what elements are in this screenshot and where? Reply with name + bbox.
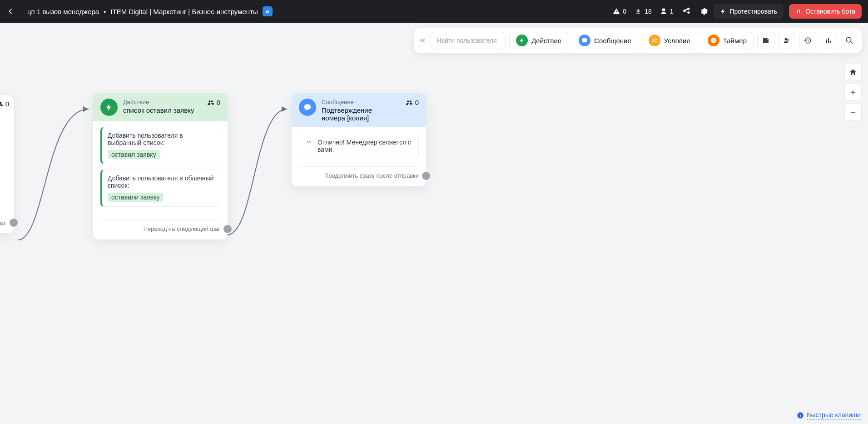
stat-warnings-value: 0: [623, 8, 626, 15]
hotkeys-label: Быстрые клавиши: [807, 411, 861, 419]
collapse-icon[interactable]: [418, 36, 427, 45]
users-icon: [406, 99, 413, 106]
node-toolbar: Действие Сообщение Условие Таймер: [414, 28, 862, 53]
flow-title: цп 1 вызов менеджера: [27, 8, 99, 15]
node-user-count: 0: [406, 99, 419, 106]
partial-node[interactable]: 0 ки: [0, 95, 14, 233]
node-type-label: Действие: [123, 99, 199, 105]
port-out[interactable]: [422, 172, 430, 180]
app-header: цп 1 вызов менеджера • ITEM Digital | Ма…: [0, 0, 868, 23]
pause-icon: [795, 8, 802, 15]
users-icon: [207, 99, 214, 106]
chip-message-label: Сообщение: [594, 37, 631, 45]
chip-timer-label: Таймер: [723, 37, 747, 45]
node-type-label: Сообщение: [322, 99, 397, 105]
chip-action-label: Действие: [531, 37, 561, 45]
quote-icon: [305, 139, 312, 146]
info-icon: [797, 412, 804, 419]
shuffle-icon: [649, 35, 660, 46]
add-condition-chip[interactable]: Условие: [642, 32, 697, 49]
action-node[interactable]: Действие список оставил заявку 0 Добавит…: [93, 93, 228, 239]
partial-node-footer: ки: [0, 220, 5, 227]
add-action-chip[interactable]: Действие: [509, 32, 568, 49]
back-icon[interactable]: [6, 7, 15, 15]
add-user-button[interactable]: [778, 32, 795, 49]
zoom-controls: [844, 64, 862, 121]
action-node-header: Действие список оставил заявку 0: [93, 93, 228, 121]
title-separator: •: [104, 8, 106, 15]
home-icon: [849, 68, 857, 76]
test-button-label: Протестировать: [730, 8, 778, 15]
warning-icon: [613, 8, 620, 15]
node-user-count: 0: [207, 99, 220, 106]
hotkeys-link[interactable]: Быстрые клавиши: [797, 411, 861, 419]
stop-bot-button[interactable]: Остановить бота: [789, 4, 862, 19]
message-node-header: Сообщение Подтверждение номера [копия] 0: [292, 93, 426, 127]
task-item[interactable]: Добавить пользователя в облачный список:…: [100, 170, 220, 207]
task-tag: оставил заявку: [108, 150, 160, 159]
test-button[interactable]: Протестировать: [714, 4, 784, 19]
message-content[interactable]: Отлично! Менеджер свяжется с вами.: [299, 133, 419, 159]
minus-icon: [849, 108, 857, 116]
note-icon: [762, 36, 770, 45]
org-title: ITEM Digital | Маркетинг | Бизнес-инстру…: [110, 8, 258, 15]
bolt-icon: [100, 99, 118, 116]
note-button[interactable]: [757, 32, 774, 49]
stop-bot-label: Остановить бота: [805, 8, 855, 15]
home-view-button[interactable]: [844, 64, 862, 81]
search-icon: [845, 36, 853, 45]
user-plus-icon: [783, 36, 791, 45]
stat-users-value: 1: [670, 8, 674, 15]
gear-icon[interactable]: [699, 7, 708, 16]
message-text: Отлично! Менеджер свяжется с вами.: [317, 139, 411, 153]
svg-marker-0: [83, 106, 89, 112]
node-footer-label: Переход на следующий шаг: [144, 225, 220, 232]
add-timer-chip[interactable]: Таймер: [701, 32, 754, 49]
chart-icon: [824, 36, 833, 45]
share-icon[interactable]: [682, 7, 691, 16]
chat-icon: [579, 35, 590, 46]
vk-badge-icon: w: [263, 6, 273, 16]
svg-marker-1: [282, 106, 287, 112]
port-out[interactable]: [10, 219, 18, 227]
history-button[interactable]: [799, 32, 816, 49]
zoom-in-button[interactable]: [844, 84, 862, 101]
stat-warnings[interactable]: 0: [613, 8, 626, 15]
port-out[interactable]: [223, 225, 232, 233]
search-button[interactable]: [841, 32, 858, 49]
message-node[interactable]: Сообщение Подтверждение номера [копия] 0…: [292, 93, 426, 186]
task-text: Добавить пользователя в облачный список:: [108, 175, 214, 189]
plus-icon: [849, 88, 857, 96]
chip-condition-label: Условие: [664, 37, 690, 45]
zoom-out-button[interactable]: [844, 104, 862, 121]
history-icon: [804, 36, 812, 45]
partial-node-count: 0: [0, 100, 9, 108]
node-title: Подтверждение номера [копия]: [322, 106, 397, 122]
stat-users[interactable]: 1: [660, 8, 674, 15]
user-search-input[interactable]: [431, 32, 506, 49]
chat-icon: [299, 99, 316, 116]
node-title: список оставил заявку: [123, 106, 199, 114]
stat-flows[interactable]: 18: [635, 8, 652, 15]
clock-icon: [708, 35, 719, 46]
bolt-icon: [516, 35, 528, 46]
user-icon: [660, 8, 667, 15]
sitemap-icon: [635, 8, 642, 15]
stats-button[interactable]: [820, 32, 837, 49]
task-tag: оставили заявку: [108, 193, 163, 202]
task-text: Добавить пользователя в выбранный список…: [108, 132, 214, 146]
node-footer-label: Продолжить сразу после отправки: [324, 172, 419, 179]
task-item[interactable]: Добавить пользователя в выбранный список…: [100, 127, 220, 164]
bolt-icon: [720, 8, 726, 15]
stat-flows-value: 18: [645, 8, 652, 15]
add-message-chip[interactable]: Сообщение: [572, 32, 638, 49]
flow-canvas[interactable]: 0 ки Действие список оставил заявку 0 До…: [0, 23, 868, 424]
